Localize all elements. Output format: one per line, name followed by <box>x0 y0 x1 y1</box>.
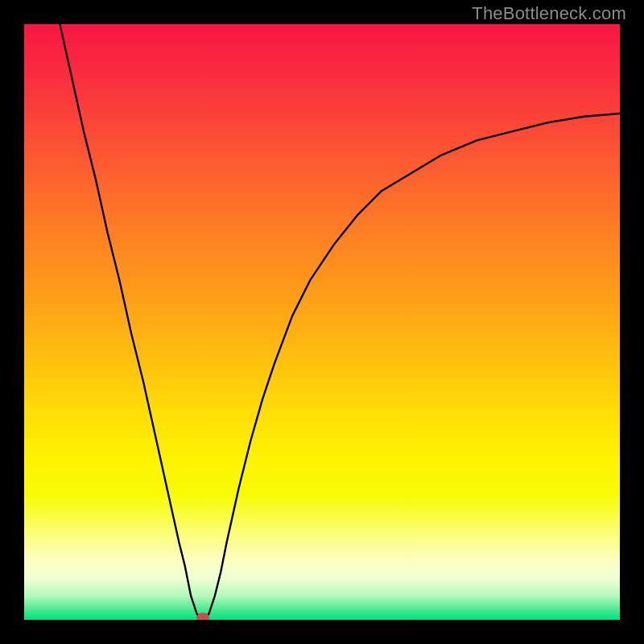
curve-svg <box>24 24 620 620</box>
min-marker <box>196 613 209 620</box>
chart-frame: TheBottleneck.com <box>0 0 644 644</box>
curve-line <box>60 24 620 620</box>
plot-area <box>24 24 620 620</box>
watermark-text: TheBottleneck.com <box>472 3 626 24</box>
